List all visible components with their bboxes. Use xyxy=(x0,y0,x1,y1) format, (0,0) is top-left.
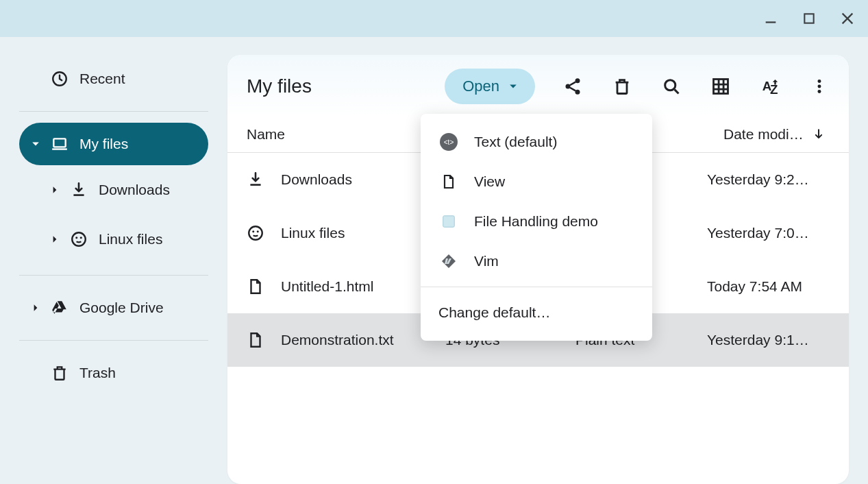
svg-point-29 xyxy=(249,226,262,240)
file-date: Yesterday 9:1… xyxy=(707,332,830,348)
window-titlebar xyxy=(0,0,868,37)
menu-item-label: Text (default) xyxy=(474,134,557,150)
linux-icon xyxy=(70,230,88,248)
svg-text:Z: Z xyxy=(770,82,778,97)
chevron-down-icon xyxy=(32,140,40,148)
vim-icon xyxy=(438,251,459,271)
sort-icon[interactable]: AZ xyxy=(760,76,780,97)
laptop-icon xyxy=(51,135,69,153)
sidebar-item-label: My files xyxy=(79,136,128,152)
svg-text:<t>: <t> xyxy=(444,138,454,146)
sidebar-item-trash[interactable]: Trash xyxy=(19,352,208,394)
svg-point-16 xyxy=(665,80,675,90)
app-icon xyxy=(438,211,459,232)
search-icon[interactable] xyxy=(661,76,682,97)
download-icon xyxy=(247,171,281,189)
sidebar-item-label: Google Drive xyxy=(79,300,164,316)
sidebar-item-linuxfiles[interactable]: Linux files xyxy=(38,215,208,264)
column-date-modified[interactable]: Date modi… xyxy=(723,126,830,143)
menu-item-change-default[interactable]: Change default… xyxy=(421,293,652,332)
arrow-down-icon xyxy=(812,128,826,141)
main-header: My files Open xyxy=(227,55,849,118)
divider xyxy=(421,287,652,287)
main-panel: My files Open xyxy=(227,55,849,484)
sidebar-item-recent[interactable]: Recent xyxy=(19,58,208,100)
download-icon xyxy=(70,181,88,199)
file-icon xyxy=(247,278,281,295)
grid-view-icon[interactable] xyxy=(710,76,731,97)
sidebar-item-myfiles[interactable]: My files xyxy=(19,123,208,165)
svg-point-26 xyxy=(818,85,821,88)
file-date: Yesterday 7:0… xyxy=(707,225,830,241)
page-title: My files xyxy=(247,75,312,97)
sidebar: Recent My files xyxy=(0,37,227,484)
trash-icon xyxy=(51,364,69,382)
open-dropdown: <t> Text (default) View File Handling de… xyxy=(421,114,652,341)
svg-rect-18 xyxy=(714,80,728,94)
svg-point-31 xyxy=(257,230,259,232)
divider xyxy=(19,340,208,341)
linux-icon xyxy=(247,224,281,242)
clock-icon xyxy=(51,70,69,88)
file-date: Yesterday 9:2… xyxy=(707,171,830,188)
menu-item-label: Vim xyxy=(474,253,499,269)
svg-line-15 xyxy=(570,88,575,91)
chevron-right-icon xyxy=(32,304,40,312)
svg-rect-1 xyxy=(804,14,813,23)
share-icon[interactable] xyxy=(562,76,583,97)
menu-item-label: Change default… xyxy=(438,304,550,321)
sidebar-item-downloads[interactable]: Downloads xyxy=(38,165,208,215)
text-app-icon: <t> xyxy=(438,132,459,152)
svg-rect-5 xyxy=(53,138,65,147)
open-button-label: Open xyxy=(462,77,499,95)
chevron-down-icon xyxy=(509,82,517,90)
file-icon xyxy=(247,331,281,349)
menu-item-text-default[interactable]: <t> Text (default) xyxy=(421,122,652,162)
divider xyxy=(19,111,208,112)
menu-item-label: File Handling demo xyxy=(474,213,598,230)
file-icon xyxy=(438,171,459,192)
column-name[interactable]: Name xyxy=(247,126,445,143)
toolbar: AZ xyxy=(562,76,830,97)
svg-line-17 xyxy=(675,90,679,94)
svg-point-10 xyxy=(80,237,82,239)
menu-item-file-handling[interactable]: File Handling demo xyxy=(421,202,652,241)
menu-item-view[interactable]: View xyxy=(421,162,652,202)
sidebar-item-label: Recent xyxy=(79,71,125,87)
file-date: Today 7:54 AM xyxy=(707,278,830,295)
open-button[interactable]: Open xyxy=(445,69,535,104)
svg-point-9 xyxy=(75,237,77,239)
svg-point-27 xyxy=(818,90,821,93)
close-button[interactable] xyxy=(839,10,856,27)
menu-item-vim[interactable]: Vim xyxy=(421,241,652,281)
drive-icon xyxy=(51,299,69,317)
minimize-button[interactable] xyxy=(762,10,779,27)
svg-point-13 xyxy=(575,90,580,95)
maximize-button[interactable] xyxy=(801,10,817,27)
svg-point-12 xyxy=(575,78,580,83)
svg-line-14 xyxy=(570,82,575,86)
sidebar-item-googledrive[interactable]: Google Drive xyxy=(19,287,208,329)
menu-item-label: View xyxy=(474,173,505,190)
svg-point-11 xyxy=(566,84,571,89)
svg-point-25 xyxy=(818,80,821,83)
sidebar-item-label: Trash xyxy=(79,365,116,381)
more-icon[interactable] xyxy=(809,76,830,97)
svg-point-8 xyxy=(72,232,86,246)
sidebar-item-label: Linux files xyxy=(99,231,162,247)
chevron-right-icon xyxy=(51,235,59,243)
svg-point-30 xyxy=(252,230,254,232)
chevron-right-icon xyxy=(51,186,59,194)
sidebar-item-label: Downloads xyxy=(99,182,170,198)
svg-rect-34 xyxy=(443,216,455,228)
delete-icon[interactable] xyxy=(612,76,632,97)
divider xyxy=(19,275,208,276)
